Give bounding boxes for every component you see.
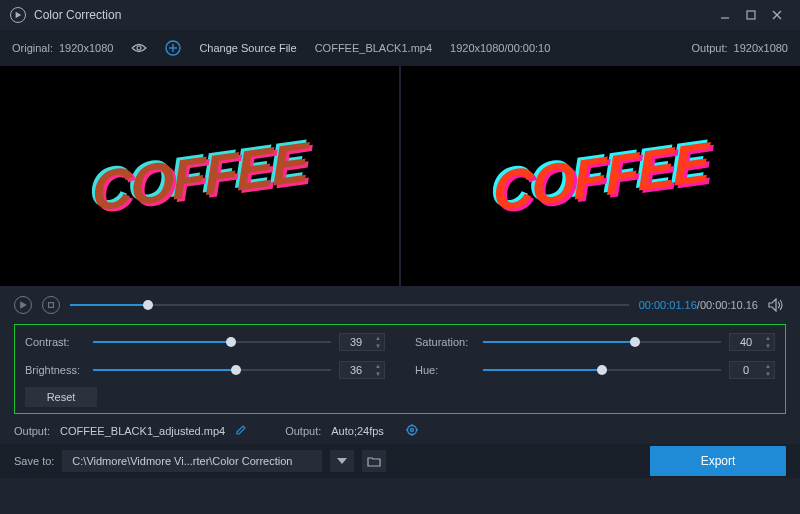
browse-folder-button[interactable] (362, 450, 386, 472)
up-arrow-icon[interactable]: ▲ (762, 334, 774, 342)
up-arrow-icon[interactable]: ▲ (372, 362, 384, 370)
output-format-label: Output: (285, 425, 321, 437)
svg-rect-10 (49, 303, 54, 308)
path-dropdown-button[interactable] (330, 450, 354, 472)
down-arrow-icon[interactable]: ▼ (372, 342, 384, 350)
saturation-label: Saturation: (415, 336, 475, 348)
down-arrow-icon[interactable]: ▼ (762, 370, 774, 378)
source-res-duration: 1920x1080/00:00:10 (450, 42, 550, 54)
output-label: Output: (691, 42, 727, 54)
export-button[interactable]: Export (650, 446, 786, 476)
saturation-slider[interactable] (483, 335, 721, 349)
source-filename: COFFEE_BLACK1.mp4 (315, 42, 432, 54)
total-time: 00:00:10.16 (700, 299, 758, 311)
preview-toggle-icon[interactable] (131, 43, 147, 53)
play-button[interactable] (14, 296, 32, 314)
brightness-spinner[interactable]: 36▲▼ (339, 361, 385, 379)
window-title: Color Correction (34, 8, 712, 22)
hue-spinner[interactable]: 0▲▼ (729, 361, 775, 379)
app-logo-icon (10, 7, 26, 23)
timeline-slider[interactable] (70, 296, 629, 314)
saturation-spinner[interactable]: 40▲▼ (729, 333, 775, 351)
output-filename: COFFEE_BLACK1_adjusted.mp4 (60, 425, 225, 437)
maximize-button[interactable] (738, 5, 764, 25)
original-resolution: 1920x1080 (59, 42, 113, 54)
current-time: 00:00:01.16 (639, 299, 697, 311)
hue-slider[interactable] (483, 363, 721, 377)
reset-button[interactable]: Reset (25, 387, 97, 407)
save-to-label: Save to: (14, 455, 54, 467)
brightness-slider[interactable] (93, 363, 331, 377)
brightness-row: Brightness: 36▲▼ (25, 361, 385, 379)
down-arrow-icon[interactable]: ▼ (762, 342, 774, 350)
add-source-icon[interactable] (165, 40, 181, 56)
top-info-bar: Original: 1920x1080 Change Source File C… (0, 30, 800, 66)
svg-marker-9 (21, 302, 27, 308)
timecode: 00:00:01.16/00:00:10.16 (639, 299, 758, 311)
transport-bar: 00:00:01.16/00:00:10.16 (0, 290, 800, 320)
up-arrow-icon[interactable]: ▲ (762, 362, 774, 370)
close-button[interactable] (764, 5, 790, 25)
svg-point-13 (410, 429, 413, 432)
output-preview: COFFEE COFFEE COFFEE (399, 66, 800, 286)
svg-marker-18 (337, 458, 347, 464)
output-resolution: 1920x1080 (734, 42, 788, 54)
save-path-field[interactable]: C:\Vidmore\Vidmore Vi...rter\Color Corre… (62, 450, 322, 472)
minimize-button[interactable] (712, 5, 738, 25)
preview-area: COFFEE COFFEE COFFEE COFFEE COFFEE COFFE… (0, 66, 800, 286)
output-format: Auto;24fps (331, 425, 384, 437)
svg-point-12 (407, 426, 416, 435)
svg-point-5 (137, 46, 141, 50)
svg-marker-0 (16, 12, 22, 18)
settings-icon[interactable] (406, 424, 418, 438)
contrast-label: Contrast: (25, 336, 85, 348)
saturation-row: Saturation: 40▲▼ (415, 333, 775, 351)
contrast-slider[interactable] (93, 335, 331, 349)
contrast-row: Contrast: 39▲▼ (25, 333, 385, 351)
hue-label: Hue: (415, 364, 475, 376)
up-arrow-icon[interactable]: ▲ (372, 334, 384, 342)
hue-row: Hue: 0▲▼ (415, 361, 775, 379)
stop-button[interactable] (42, 296, 60, 314)
save-bar: Save to: C:\Vidmore\Vidmore Vi...rter\Co… (0, 444, 800, 478)
svg-rect-2 (747, 11, 755, 19)
output-info-bar: Output: COFFEE_BLACK1_adjusted.mp4 Outpu… (0, 418, 800, 444)
svg-marker-11 (769, 299, 776, 311)
contrast-spinner[interactable]: 39▲▼ (339, 333, 385, 351)
titlebar: Color Correction (0, 0, 800, 30)
color-controls-panel: Contrast: 39▲▼ Saturation: 40▲▼ Brightne… (14, 324, 786, 414)
rename-icon[interactable] (235, 424, 247, 438)
output-file-label: Output: (14, 425, 50, 437)
original-label: Original: (12, 42, 53, 54)
change-source-button[interactable]: Change Source File (199, 42, 296, 54)
volume-icon[interactable] (768, 298, 786, 312)
original-preview: COFFEE COFFEE COFFEE (0, 66, 399, 286)
brightness-label: Brightness: (25, 364, 85, 376)
down-arrow-icon[interactable]: ▼ (372, 370, 384, 378)
